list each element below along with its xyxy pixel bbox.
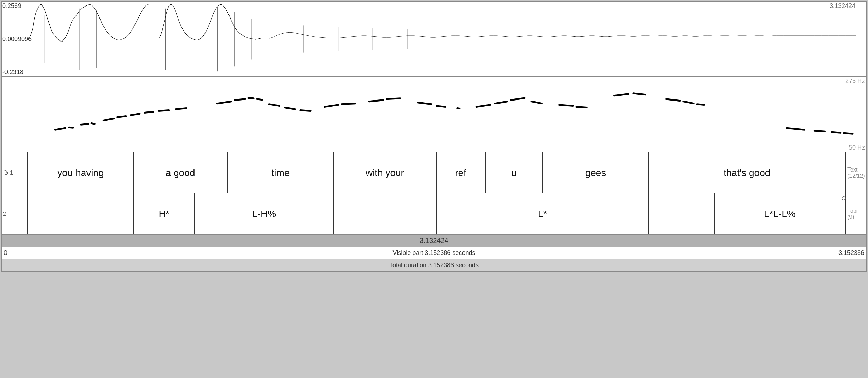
- text-tier-segment[interactable]: with your: [334, 152, 436, 193]
- total-duration-bar: Total duration 3.152386 seconds: [1, 259, 867, 272]
- text-tier-count: (12/12): [847, 173, 865, 179]
- svg-line-45: [511, 98, 525, 100]
- svg-line-25: [131, 114, 140, 115]
- svg-line-54: [787, 128, 804, 130]
- ruler-center: Visible part 3.152386 seconds: [2, 249, 866, 257]
- svg-line-38: [369, 100, 383, 102]
- svg-line-33: [269, 104, 279, 106]
- svg-line-23: [103, 118, 114, 120]
- svg-line-55: [814, 131, 825, 131]
- svg-line-40: [418, 103, 431, 104]
- cursor-time-waveform: 3.132424: [830, 2, 855, 10]
- waveform-y-labels: 0.2569 0.0009096 -0.2318: [2, 2, 27, 76]
- svg-line-49: [614, 94, 628, 96]
- tobi-tier-label: 2: [2, 193, 27, 234]
- text-tier-segment[interactable]: ref: [437, 152, 486, 193]
- tobi-tier-segment[interactable]: L-H%: [195, 193, 334, 234]
- text-tier-content[interactable]: you havinga goodtimewith yourrefugeestha…: [27, 152, 846, 193]
- svg-line-46: [531, 102, 542, 104]
- svg-line-27: [159, 110, 169, 111]
- text-tier-name: Text: [847, 167, 857, 173]
- svg-line-51: [666, 99, 680, 101]
- ruler-right: 3.152386: [838, 249, 864, 257]
- text-tier-segment[interactable]: gees: [543, 152, 649, 193]
- svg-line-42: [457, 108, 460, 109]
- cursor-line-waveform: [856, 2, 856, 76]
- timeline-cursor-time: 3.132424: [420, 237, 448, 245]
- svg-line-41: [436, 106, 445, 107]
- svg-line-35: [300, 110, 310, 111]
- text-tier-right-label: Text (12/12): [846, 152, 866, 193]
- svg-line-47: [559, 105, 573, 106]
- svg-line-28: [176, 108, 186, 109]
- svg-line-21: [81, 124, 88, 125]
- waveform-panel: 0.2569 0.0009096 -0.2318: [1, 1, 867, 77]
- tobi-circle-marker: [842, 196, 846, 200]
- svg-line-29: [217, 102, 231, 104]
- svg-line-56: [832, 132, 841, 133]
- tobi-tier-panel: 2 H*L-H%L*L*L-L% Tobi (9): [1, 193, 867, 235]
- svg-line-44: [495, 102, 507, 104]
- ruler-left: 0: [4, 249, 7, 257]
- text-tier-panel: 🖰 1 you havinga goodtimewith yourrefugee…: [1, 152, 867, 193]
- text-tier-segment[interactable]: that's good: [649, 152, 846, 193]
- svg-line-34: [285, 108, 295, 109]
- svg-line-19: [55, 128, 66, 130]
- tobi-tier-segment[interactable]: L*: [437, 193, 649, 234]
- svg-line-53: [697, 104, 704, 105]
- tobi-tier-segment[interactable]: L*L-L%: [715, 193, 846, 234]
- svg-line-39: [387, 98, 400, 99]
- svg-line-37: [342, 104, 355, 104]
- svg-line-20: [69, 127, 73, 128]
- waveform-y-top: 0.2569: [2, 2, 27, 10]
- tobi-tier-segment[interactable]: [27, 193, 134, 234]
- tobi-tier-number: 2: [3, 211, 6, 217]
- ear-icon: 🖰: [3, 169, 9, 176]
- text-tier-segment[interactable]: a good: [134, 152, 228, 193]
- pitch-svg: [27, 77, 856, 152]
- svg-line-26: [145, 112, 153, 113]
- svg-line-24: [117, 116, 126, 117]
- pitch-panel: 275 Hz 50 Hz: [1, 77, 867, 152]
- waveform-y-mid: 0.0009096: [2, 36, 27, 43]
- tobi-tier-count: (9): [847, 214, 854, 220]
- text-tier-segment[interactable]: time: [228, 152, 334, 193]
- cursor-line-pitch: [856, 77, 856, 152]
- waveform-svg: [27, 2, 856, 76]
- main-container: 0.2569 0.0009096 -0.2318: [0, 0, 868, 378]
- total-duration-label: Total duration 3.152386 seconds: [389, 262, 479, 269]
- svg-line-32: [257, 99, 262, 100]
- svg-line-50: [633, 93, 645, 95]
- bottom-ruler: 0 Visible part 3.152386 seconds 3.152386: [1, 247, 867, 259]
- tobi-tier-segment[interactable]: [649, 193, 715, 234]
- text-tier-segment[interactable]: you having: [27, 152, 134, 193]
- text-tier-segment[interactable]: u: [486, 152, 543, 193]
- timeline-bar: 3.132424: [1, 235, 867, 247]
- text-tier-label: 🖰 1: [2, 152, 27, 193]
- tobi-tier-segment[interactable]: [334, 193, 436, 234]
- waveform-y-bottom: -0.2318: [2, 69, 27, 76]
- tobi-tier-segment[interactable]: H*: [134, 193, 195, 234]
- tobi-tier-content[interactable]: H*L-H%L*L*L-L%: [27, 193, 846, 234]
- svg-line-30: [235, 99, 245, 100]
- svg-line-36: [324, 105, 338, 107]
- svg-line-22: [91, 123, 95, 124]
- svg-line-57: [844, 133, 853, 134]
- svg-line-43: [476, 105, 490, 107]
- svg-line-48: [576, 107, 587, 108]
- waveform-canvas[interactable]: [27, 2, 856, 76]
- tobi-tier-right-label: Tobi (9): [846, 193, 866, 234]
- svg-line-31: [248, 98, 254, 98]
- text-tier-number: 1: [10, 170, 13, 176]
- svg-line-52: [683, 102, 694, 104]
- tobi-tier-name: Tobi: [847, 208, 857, 214]
- pitch-canvas[interactable]: [27, 77, 856, 152]
